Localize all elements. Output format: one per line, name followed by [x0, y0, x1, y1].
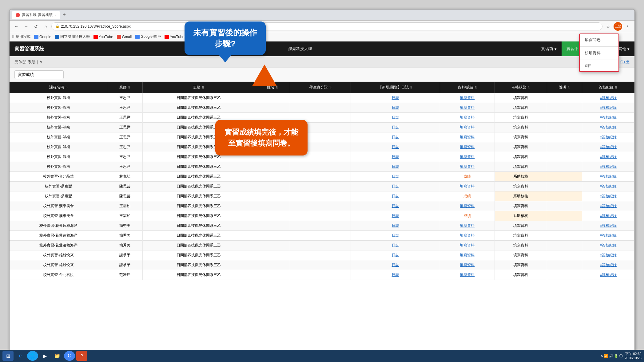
new-tab-btn[interactable]: +	[62, 12, 66, 18]
star-btn[interactable]: ☆	[604, 22, 612, 31]
nav-bar: ← → ↺ ⌂ 🔒 210.70.252.190:1073/Practice_S…	[10, 21, 634, 32]
cell-data[interactable]: 填寫資料	[440, 270, 495, 280]
cell-data[interactable]: 成績	[440, 172, 495, 182]
cell-diary[interactable]: 日誌	[351, 103, 440, 113]
cell-record[interactable]: ≡簽核紀錄	[582, 113, 634, 123]
bookmark-npu[interactable]: 國立澎湖科技大學	[55, 34, 90, 39]
cell-data[interactable]: 填寫資料	[440, 142, 495, 152]
cell-data[interactable]: 填寫資料	[440, 113, 495, 123]
nav-pre-label: 實習前	[541, 46, 553, 52]
bookmark-gaccount[interactable]: Google 帳戶	[135, 34, 161, 39]
cell-record[interactable]: ≡簽核紀錄	[582, 270, 634, 280]
bookmark-google[interactable]: Google	[34, 35, 51, 39]
cell-record[interactable]: ≡簽核紀錄	[582, 123, 634, 132]
address-bar[interactable]: 🔒 210.70.252.190:1073/Practice_Score.asp…	[51, 22, 602, 30]
cell-class: 日間部四技觀光休閒系三乙	[142, 172, 255, 182]
bookmark-gmail[interactable]: Gmail	[117, 35, 132, 39]
nav-pre-practice[interactable]: 實習前 ▾	[536, 41, 562, 56]
start-button[interactable]: ⊞	[2, 351, 14, 361]
cell-record[interactable]: ≡簽核紀錄	[582, 191, 634, 201]
cell-data[interactable]: 填寫資料	[440, 221, 495, 231]
refresh-btn[interactable]: ↺	[32, 22, 40, 31]
cell-data[interactable]: 填寫資料	[440, 132, 495, 142]
files-button[interactable]: 📁	[52, 351, 63, 361]
cell-diary[interactable]: 日誌	[351, 270, 440, 280]
cell-data[interactable]: 成績	[440, 191, 495, 201]
bookmark-youtube1[interactable]: YouTube	[93, 35, 113, 39]
nav-other-label: 其他	[618, 46, 626, 52]
cell-diary[interactable]: 日誌	[351, 241, 440, 250]
menu-btn[interactable]: ⋮	[623, 22, 632, 31]
cell-data[interactable]: 填寫資料	[440, 241, 495, 250]
media-button[interactable]: ▶	[39, 351, 50, 361]
active-tab[interactable]: 實習系統-實習成績 ×	[12, 11, 60, 19]
cell-record[interactable]: ≡簽核紀錄	[582, 132, 634, 142]
dropdown-questionnaire[interactable]: 填寫問卷	[580, 34, 618, 46]
cell-teacher: 王思尹	[107, 93, 142, 103]
cell-data[interactable]: 成績	[440, 211, 495, 221]
edge-button[interactable]: 🌐	[27, 351, 38, 361]
cell-record[interactable]: ≡簽核紀錄	[582, 93, 634, 103]
cell-data[interactable]: 填寫資料	[440, 162, 495, 172]
cell-data[interactable]: 填寫資料	[440, 152, 495, 162]
cell-diary[interactable]: 日誌	[351, 211, 440, 221]
cell-diary[interactable]: 日誌	[351, 182, 440, 191]
cell-diary[interactable]: 日誌	[351, 201, 440, 211]
bookmark-youtube2[interactable]: YouTube	[165, 35, 184, 39]
cell-record[interactable]: ≡簽核紀錄	[582, 250, 634, 260]
cell-diary[interactable]: 日誌	[351, 191, 440, 201]
cell-record[interactable]: ≡簽核紀錄	[582, 103, 634, 113]
cell-record[interactable]: ≡簽核紀錄	[582, 201, 634, 211]
cell-data[interactable]: 填寫資料	[440, 231, 495, 241]
dropdown-back[interactable]: 返回	[580, 61, 618, 71]
dropdown-verify-data[interactable]: 核填資料	[580, 47, 618, 59]
cell-data[interactable]: 填寫資料	[440, 123, 495, 132]
cell-note	[547, 162, 582, 172]
cell-record[interactable]: ≡簽核紀錄	[582, 211, 634, 221]
bookmark-apps[interactable]: ⠿ 應用程式	[12, 34, 30, 39]
cell-class: 日間部四技觀光休閒系三乙	[142, 162, 255, 172]
cell-record[interactable]: ≡簽核紀錄	[582, 231, 634, 241]
sub-logout[interactable]: C+出	[620, 59, 630, 65]
powerpoint-button[interactable]: P	[76, 351, 87, 361]
cell-data[interactable]: 填寫資料	[440, 250, 495, 260]
cell-diary[interactable]: 日誌	[351, 221, 440, 231]
back-btn[interactable]: ←	[12, 22, 21, 31]
orange-bubble-line2: 至實習後填寫問卷。	[225, 138, 298, 149]
ie-button[interactable]: e	[15, 351, 26, 361]
cell-record[interactable]: ≡簽核紀錄	[582, 172, 634, 182]
cell-data[interactable]: 填寫資料	[440, 93, 495, 103]
forward-btn[interactable]: →	[22, 22, 30, 31]
cell-record[interactable]: ≡簽核紀錄	[582, 152, 634, 162]
browser-button[interactable]: C	[64, 351, 75, 361]
cell-diary[interactable]: 日誌	[351, 260, 440, 270]
cell-record[interactable]: ≡簽核紀錄	[582, 162, 634, 172]
cell-diary[interactable]: 日誌	[351, 142, 440, 152]
cell-data[interactable]: 填寫資料	[440, 103, 495, 113]
cell-class: 日間部四技觀光休閒系三乙	[142, 211, 255, 221]
cell-course: 校外實習-鴻禧	[10, 142, 107, 152]
cell-record[interactable]: ≡簽核紀錄	[582, 142, 634, 152]
cell-diary[interactable]: 日誌	[351, 132, 440, 142]
cell-status: 系助核核	[495, 172, 547, 182]
cell-diary[interactable]: 日誌	[351, 231, 440, 241]
cell-record[interactable]: ≡簽核紀錄	[582, 241, 634, 250]
cell-data[interactable]: 填寫資料	[440, 260, 495, 270]
cell-record[interactable]: ≡簽核紀錄	[582, 182, 634, 191]
cell-diary[interactable]: 日誌	[351, 162, 440, 172]
cell-diary[interactable]: 日誌	[351, 250, 440, 260]
tab-close-btn[interactable]: ×	[54, 13, 56, 17]
cell-data[interactable]: 填寫資料	[440, 182, 495, 191]
cell-class: 日間部四技觀光休閒系三乙	[142, 103, 255, 113]
home-btn[interactable]: ⌂	[42, 22, 50, 31]
cell-diary[interactable]: 日誌	[351, 123, 440, 132]
cell-diary[interactable]: 日誌	[351, 113, 440, 123]
cell-record[interactable]: ≡簽核紀錄	[582, 260, 634, 270]
cell-diary[interactable]: 日誌	[351, 152, 440, 162]
account-btn[interactable]: 已登	[614, 22, 622, 31]
cell-diary[interactable]: 日誌	[351, 93, 440, 103]
cell-diary[interactable]: 日誌	[351, 172, 440, 182]
cell-record[interactable]: ≡簽核紀錄	[582, 221, 634, 231]
cell-data[interactable]: 填寫資料	[440, 201, 495, 211]
filter-dropdown[interactable]: 實習成績	[14, 70, 64, 79]
